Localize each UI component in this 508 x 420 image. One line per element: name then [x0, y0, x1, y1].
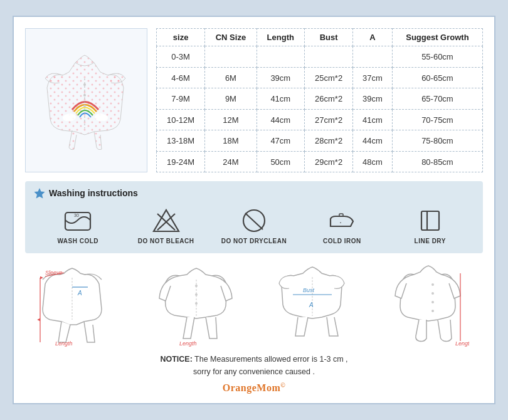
- svg-text:•: •: [340, 221, 341, 224]
- notice-body: The Measurements allowed error is 1-3 cm…: [194, 355, 348, 364]
- table-cell: 6M: [205, 67, 257, 88]
- svg-text:Bust: Bust: [303, 287, 315, 293]
- table-row: 4-6M6M39cm25cm*237cm60-65cm: [157, 67, 483, 88]
- line-dry-icon: [415, 207, 445, 234]
- svg-text:Sleeve: Sleeve: [45, 270, 63, 276]
- table-header-cell: Length: [257, 29, 304, 46]
- svg-point-33: [195, 302, 198, 305]
- table-cell: 60-65cm: [392, 67, 482, 88]
- table-cell: [257, 46, 304, 68]
- cold-iron-icon: •: [327, 207, 357, 234]
- do-not-bleach-label: DO NOT BLEACH: [138, 238, 194, 244]
- svg-point-7: [83, 83, 86, 86]
- table-cell: 48cm: [353, 151, 393, 172]
- wash-title-text: Washing instructions: [49, 188, 138, 198]
- table-cell: 0-3M: [157, 46, 205, 68]
- table-header-cell: Suggest Growth: [392, 29, 482, 46]
- product-card: sizeCN SizeLengthBustASuggest Growth 0-3…: [13, 16, 495, 404]
- table-cell: 25cm*2: [304, 67, 352, 88]
- brand-symbol: ©: [280, 382, 285, 389]
- svg-rect-18: [339, 214, 343, 216]
- table-cell: 24M: [205, 151, 257, 172]
- svg-point-9: [83, 105, 86, 107]
- table-row: 0-3M55-60cm: [157, 46, 483, 68]
- table-cell: [353, 46, 393, 68]
- wash-title: Washing instructions: [34, 187, 474, 199]
- line-dry-label: LINE DRY: [415, 238, 446, 244]
- do-not-bleach-item: DO NOT BLEACH: [132, 207, 201, 244]
- table-cell: 41cm: [257, 88, 304, 110]
- table-cell: 28cm*2: [304, 130, 352, 152]
- brand-name: OrangeMom: [223, 383, 280, 394]
- svg-point-32: [195, 293, 198, 296]
- svg-point-42: [431, 310, 434, 312]
- wash-cold-icon: 30: [63, 207, 93, 234]
- svg-point-5: [100, 115, 108, 121]
- table-row: 10-12M12M44cm27cm*241cm70-75cm: [157, 109, 483, 130]
- wash-cold-label: WASH COLD: [57, 238, 98, 244]
- diagram-longsleeve: Length: [141, 262, 251, 347]
- table-cell: [205, 46, 257, 68]
- table-cell: 47cm: [257, 130, 304, 152]
- table-cell: 44cm: [257, 109, 304, 130]
- size-table: sizeCN SizeLengthBustASuggest Growth 0-3…: [156, 28, 483, 172]
- svg-point-8: [83, 94, 86, 97]
- measure-section: Sleeve A Length: [25, 262, 483, 347]
- table-cell: 75-80cm: [392, 130, 482, 152]
- table-header-cell: size: [157, 29, 205, 46]
- cold-iron-item: • COLD IRON: [307, 207, 376, 244]
- table-cell: 80-85cm: [392, 151, 482, 172]
- table-cell: 4-6M: [157, 67, 205, 88]
- line-dry-item: LINE DRY: [396, 207, 465, 244]
- top-section: sizeCN SizeLengthBustASuggest Growth 0-3…: [25, 28, 483, 172]
- table-cell: 10-12M: [157, 109, 205, 130]
- wash-section: Washing instructions 30 WASH COLD DO N: [25, 181, 483, 253]
- wash-icons-row: 30 WASH COLD DO NOT BLEACH DO NOT: [34, 207, 474, 244]
- table-cell: 65-70cm: [392, 88, 482, 110]
- table-cell: 41cm: [353, 109, 393, 130]
- table-header-cell: Bust: [304, 29, 352, 46]
- diagram-short-romper: Bust A: [257, 262, 367, 347]
- table-cell: 12M: [205, 109, 257, 130]
- svg-marker-10: [34, 188, 45, 199]
- table-cell: 19-24M: [157, 151, 205, 172]
- brand-footer: OrangeMom©: [25, 382, 483, 394]
- table-cell: 39cm: [353, 88, 393, 110]
- table-header-cell: CN Size: [205, 29, 257, 46]
- svg-text:A: A: [77, 290, 82, 297]
- table-cell: 7-9M: [157, 88, 205, 110]
- table-row: 19-24M24M50cm29cm*248cm80-85cm: [157, 151, 483, 172]
- svg-text:30: 30: [74, 213, 79, 218]
- table-cell: 29cm*2: [304, 151, 352, 172]
- svg-text:Length: Length: [455, 340, 469, 347]
- table-cell: 27cm*2: [304, 109, 352, 130]
- svg-text:A: A: [309, 302, 314, 308]
- svg-line-17: [245, 213, 263, 229]
- table-row: 7-9M9M41cm26cm*239cm65-70cm: [157, 88, 483, 110]
- cold-iron-label: COLD IRON: [323, 238, 361, 244]
- svg-rect-20: [421, 211, 439, 230]
- svg-point-41: [431, 301, 434, 303]
- do-not-dryclean-item: DO NOT DRYCLEAN: [220, 207, 288, 244]
- diagram-full-romper: Sleeve A Length: [25, 262, 135, 347]
- notice-label: NOTICE:: [160, 355, 192, 364]
- notice-text: NOTICE: The Measurements allowed error i…: [25, 353, 483, 378]
- table-cell: 39cm: [257, 67, 304, 88]
- table-cell: 9M: [205, 88, 257, 110]
- product-image: [25, 28, 147, 172]
- notice-body2: sorry for any convenience caused .: [193, 367, 315, 376]
- svg-point-3: [63, 115, 70, 121]
- wash-cold-item: 30 WASH COLD: [43, 207, 112, 244]
- star-icon: [34, 187, 45, 199]
- table-cell: 13-18M: [157, 130, 205, 152]
- svg-point-39: [431, 283, 434, 286]
- table-row: 13-18M18M47cm28cm*244cm75-80cm: [157, 130, 483, 152]
- table-cell: 26cm*2: [304, 88, 352, 110]
- do-not-dryclean-label: DO NOT DRYCLEAN: [221, 238, 287, 244]
- table-cell: 37cm: [353, 67, 393, 88]
- table-cell: 50cm: [257, 151, 304, 172]
- table-cell: 44cm: [353, 130, 393, 152]
- do-not-bleach-icon: [151, 207, 181, 234]
- table-cell: 55-60cm: [392, 46, 482, 68]
- table-header-cell: A: [353, 29, 393, 46]
